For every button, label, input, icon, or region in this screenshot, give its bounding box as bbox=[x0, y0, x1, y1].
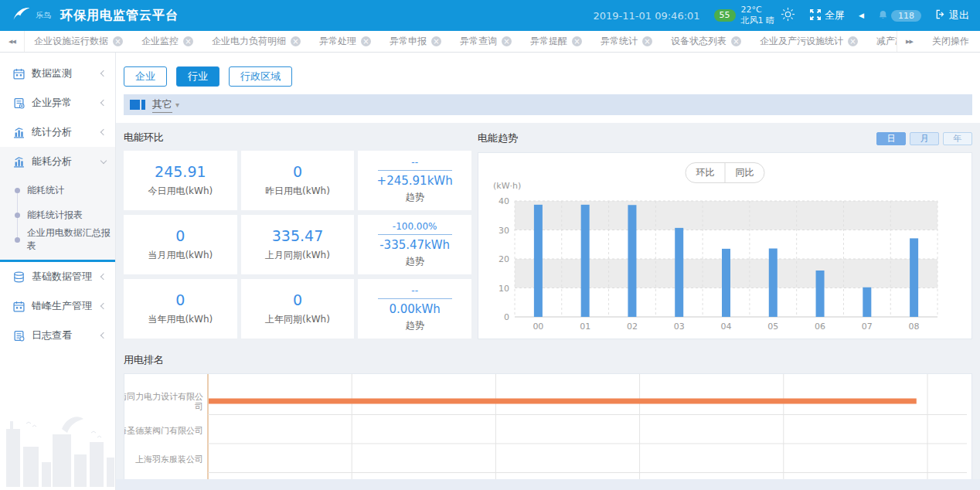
close-icon[interactable]: × bbox=[572, 36, 582, 46]
view-button[interactable]: 企业 bbox=[124, 66, 167, 87]
calendar-icon bbox=[12, 67, 25, 80]
fullscreen-icon bbox=[810, 9, 821, 22]
tab[interactable]: 企业设施运行数据× bbox=[25, 31, 132, 52]
view-button[interactable]: 行政区域 bbox=[229, 66, 292, 87]
ranking-chart-panel: 河南同力电力设计有限公司上海圣德莱阀门有限公司上海羽东服装公司 bbox=[124, 373, 972, 490]
bell-icon bbox=[878, 9, 888, 23]
energy-trend-title: 电能趋势 bbox=[478, 131, 518, 145]
close-icon[interactable]: × bbox=[731, 36, 741, 46]
sidebar-item[interactable]: 日志查看 bbox=[0, 321, 115, 350]
close-icon[interactable]: × bbox=[291, 36, 301, 46]
sidebar-item[interactable]: 能耗分析 bbox=[0, 147, 115, 176]
energy-comparison-panel: 电能环比 245.91今日用电(kWh)0昨日用电(kWh)--+245.91k… bbox=[124, 131, 471, 339]
energy-trend-panel: 电能趋势 日月年 环比同比 01020304000010203040506070… bbox=[478, 131, 972, 339]
trend-card: --+245.91kWh趋势 bbox=[358, 151, 471, 210]
bar-chart-icon bbox=[12, 126, 25, 138]
chevron-left-icon bbox=[100, 129, 107, 135]
close-icon[interactable]: × bbox=[642, 36, 652, 46]
sidebar-item[interactable]: 错峰生产管理 bbox=[0, 291, 115, 321]
close-icon[interactable]: × bbox=[848, 36, 858, 46]
tab[interactable]: 企业电力负荷明细× bbox=[202, 31, 310, 52]
close-icon[interactable]: × bbox=[183, 36, 193, 46]
industry-dropdown[interactable]: 其它 ▾ bbox=[152, 97, 179, 113]
period-button[interactable]: 月 bbox=[910, 132, 939, 145]
svg-text:河南同力电力设计有限公司: 河南同力电力设计有限公司 bbox=[124, 392, 203, 412]
period-button[interactable]: 日 bbox=[876, 132, 906, 145]
chevron-left-icon bbox=[100, 332, 107, 339]
log-icon bbox=[12, 329, 25, 342]
tab-bar: ◀◀ 企业设施运行数据×企业监控×企业电力负荷明细×异常处理×异常申报×异常查询… bbox=[0, 31, 980, 53]
ranking-chart: 河南同力电力设计有限公司上海圣德莱阀门有限公司上海羽东服装公司 bbox=[124, 374, 971, 490]
aqi-badge: 55 bbox=[714, 9, 736, 22]
dashboard-area: 电能环比 245.91今日用电(kWh)0昨日用电(kWh)--+245.91k… bbox=[116, 123, 980, 490]
svg-text:上海羽东服装公司: 上海羽东服装公司 bbox=[135, 454, 203, 464]
sidebar-menu: 数据监测企业异常统计分析能耗分析能耗统计能耗统计报表企业用电数据汇总报表基础数据… bbox=[0, 59, 115, 350]
close-icon[interactable]: × bbox=[361, 36, 371, 46]
tab[interactable]: 设备状态列表× bbox=[662, 31, 750, 52]
sidebar-item[interactable]: 统计分析 bbox=[0, 117, 115, 147]
message-count: 118 bbox=[891, 10, 921, 22]
wind-status: 北风1 晴 bbox=[741, 15, 775, 26]
compare-toggle: 环比同比 bbox=[686, 162, 765, 183]
chevron-down-icon: ▾ bbox=[175, 100, 179, 109]
tab[interactable]: 异常查询× bbox=[451, 31, 521, 52]
stat-card: 335.47上月同期(kWh) bbox=[241, 215, 355, 274]
logout-label: 退出 bbox=[949, 9, 969, 22]
fullscreen-label: 全屏 bbox=[825, 9, 845, 22]
dot-icon bbox=[15, 237, 20, 243]
sidebar-subitem[interactable]: 能耗统计报表 bbox=[0, 202, 115, 227]
weather-widget: 55 22°C 北风1 晴 bbox=[714, 5, 797, 27]
scroll-tabs-left-button[interactable]: ◀◀ bbox=[0, 31, 25, 52]
close-icon[interactable]: × bbox=[502, 36, 512, 46]
toggle-option[interactable]: 环比 bbox=[686, 163, 725, 182]
logout-button[interactable]: 退出 bbox=[935, 9, 969, 22]
tab[interactable]: 企业及产污设施统计× bbox=[750, 31, 867, 52]
chevron-left-icon bbox=[100, 70, 107, 77]
stat-card: 0当月用电(kWh) bbox=[124, 215, 237, 274]
tab[interactable]: 异常提醒× bbox=[521, 31, 591, 52]
temperature: 22°C bbox=[741, 5, 775, 15]
app-logo: 乐鸟 环保用电监管云平台 bbox=[11, 5, 179, 26]
logo-bird-icon bbox=[11, 5, 31, 26]
tab[interactable]: 异常处理× bbox=[310, 31, 380, 52]
sidebar-subitem[interactable]: 企业用电数据汇总报表 bbox=[0, 227, 115, 252]
trend-card: -100.00%-335.47kWh趋势 bbox=[358, 215, 471, 274]
chevron-down-icon bbox=[100, 157, 107, 163]
tab[interactable]: 减产减排分析× bbox=[867, 31, 897, 52]
close-icon[interactable]: × bbox=[431, 36, 441, 46]
sun-icon bbox=[780, 6, 796, 26]
chevron-left-icon bbox=[100, 274, 107, 280]
view-button[interactable]: 行业 bbox=[176, 66, 219, 87]
energy-cards-grid: 245.91今日用电(kWh)0昨日用电(kWh)--+245.91kWh趋势0… bbox=[124, 151, 471, 339]
dot-icon bbox=[15, 188, 20, 193]
scroll-tabs-right-button[interactable]: ▶▶ bbox=[897, 31, 921, 52]
sidebar-submenu: 能耗统计能耗统计报表企业用电数据汇总报表 bbox=[0, 176, 115, 254]
bottom-strip bbox=[116, 479, 980, 490]
main-content: 企业行业行政区域 其它 ▾ 电能环比 245.91今日用电(kWh)0昨日用电(… bbox=[116, 53, 980, 490]
sidebar-item[interactable]: 企业异常 bbox=[0, 88, 115, 117]
close-icon[interactable]: × bbox=[113, 36, 123, 46]
stat-card: 0昨日用电(kWh) bbox=[241, 151, 355, 210]
stat-card: 0当年用电(kWh) bbox=[124, 279, 237, 339]
collapse-arrow-icon[interactable]: ◀ bbox=[859, 12, 864, 19]
stat-card: 0上年同期(kWh) bbox=[241, 279, 355, 339]
sidebar-item[interactable]: 数据监测 bbox=[0, 59, 115, 88]
close-operations-button[interactable]: 关闭操作 bbox=[921, 31, 980, 52]
tab[interactable]: 异常统计× bbox=[591, 31, 662, 52]
app-title: 环保用电监管云平台 bbox=[60, 8, 179, 24]
tab[interactable]: 企业监控× bbox=[132, 31, 202, 52]
tab[interactable]: 异常申报× bbox=[380, 31, 451, 52]
logout-icon bbox=[935, 9, 945, 22]
sidebar-subitem[interactable]: 能耗统计 bbox=[0, 178, 115, 202]
toggle-option[interactable]: 同比 bbox=[725, 163, 764, 182]
chevron-left-icon bbox=[100, 303, 107, 309]
sidebar-item[interactable]: 基础数据管理 bbox=[0, 262, 115, 291]
svg-text:30: 30 bbox=[499, 226, 509, 236]
database-icon bbox=[12, 271, 25, 283]
fullscreen-button[interactable]: 全屏 bbox=[810, 9, 845, 22]
svg-text:(kW·h): (kW·h) bbox=[493, 181, 521, 191]
period-button[interactable]: 年 bbox=[943, 132, 972, 145]
notification-badge[interactable]: 118 bbox=[878, 9, 921, 23]
legend-squares-icon bbox=[130, 100, 145, 110]
trend-chart-panel: 环比同比 010203040000102030405060708(kW·h) bbox=[478, 152, 972, 339]
